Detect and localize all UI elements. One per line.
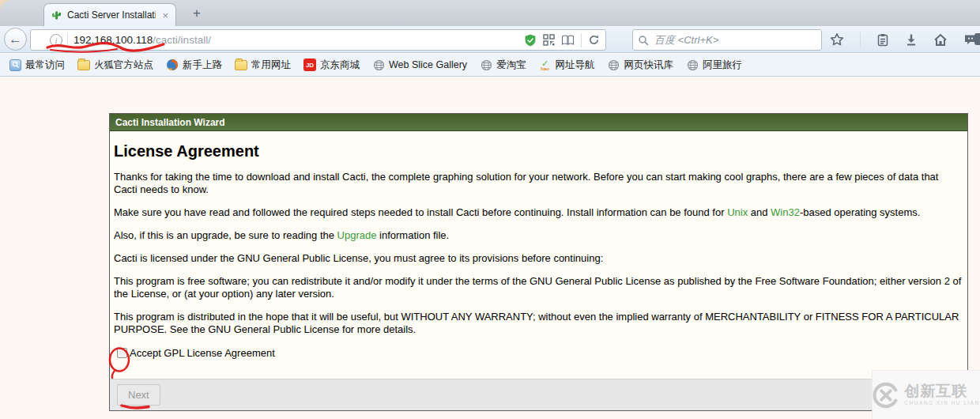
- bookmark-web-feed-library[interactable]: 网页快讯库: [603, 56, 679, 74]
- url-path: /cacti/install/: [153, 34, 211, 46]
- bookmark-label: 网址导航: [556, 59, 595, 72]
- upgrade-paragraph: Also, if this is an upgrade, be sure to …: [114, 229, 963, 242]
- paragraph-text: Also, if this is an upgrade, be sure to …: [114, 229, 337, 241]
- wizard-header-bar: Cacti Installation Wizard: [110, 114, 967, 131]
- urlbar-separator: [67, 33, 68, 47]
- paragraph-text: and: [748, 206, 771, 218]
- gpl-freedom-paragraph: This program is free software; you can r…: [114, 275, 963, 300]
- unix-link[interactable]: Unix: [727, 206, 748, 218]
- bookmark-jd[interactable]: JD 京东商城: [299, 56, 364, 74]
- bookmark-label: 阿里旅行: [703, 59, 742, 72]
- reload-icon[interactable]: [588, 34, 600, 46]
- bookmark-web-slice-gallery[interactable]: Web Slice Gallery: [368, 56, 472, 74]
- globe-icon: [480, 59, 492, 71]
- bookmark-getting-started[interactable]: 新手上路: [161, 56, 227, 74]
- accept-gpl-label: Accept GPL License Agreement: [130, 347, 275, 359]
- bookmark-label: 新手上路: [183, 59, 222, 72]
- globe-icon: [372, 59, 385, 71]
- bookmark-label: 常用网址: [251, 59, 291, 72]
- folder-icon: [235, 60, 247, 70]
- bookmark-common-sites[interactable]: 常用网址: [230, 56, 296, 74]
- folder-icon: [77, 60, 90, 70]
- back-button[interactable]: ←: [4, 28, 27, 51]
- menu-icon[interactable]: [974, 33, 980, 45]
- bookmark-aitaobao[interactable]: 爱淘宝: [475, 56, 531, 74]
- url-bar[interactable]: i 192.168.100.118/cacti/install/: [30, 29, 606, 51]
- cacti-wizard-panel: Cacti Installation Wizard License Agreem…: [109, 113, 968, 411]
- globe-icon: [608, 59, 620, 71]
- watermark-badge: 创新互联 CHUANG XIN HU LIAN: [872, 370, 980, 419]
- frequent-visits-icon: [9, 59, 21, 71]
- gpl-intro-paragraph: Cacti is licensed under the GNU General …: [114, 252, 963, 265]
- wizard-footer-bar: Next: [110, 379, 967, 410]
- globe-icon: [686, 59, 699, 71]
- accept-gpl-row: Accept GPL License Agreement: [114, 347, 963, 359]
- tab-bar: Cacti Server Installation/... × +: [0, 0, 980, 26]
- paragraph-text: -based operating systems.: [800, 206, 920, 218]
- star-bookmark-icon[interactable]: [830, 32, 844, 47]
- wizard-header-title: Cacti Installation Wizard: [115, 117, 225, 128]
- jd-icon: JD: [303, 59, 316, 71]
- bookmark-frequent-visits[interactable]: 最常访问: [5, 56, 70, 74]
- wizard-body: License Agreement Thanks for taking the …: [110, 131, 967, 379]
- url-host: 192.168.100.118: [74, 34, 153, 46]
- upgrade-link[interactable]: Upgrade: [337, 229, 377, 241]
- tab-close-icon[interactable]: ×: [160, 9, 170, 21]
- bookmarks-bar: 最常访问 火狐官方站点 新手上路 常用网址 JD 京东商城 Web Slice …: [0, 54, 980, 77]
- tab-title: Cacti Server Installation/...: [67, 9, 156, 21]
- accept-gpl-checkbox[interactable]: [117, 348, 127, 358]
- page-info-icon[interactable]: i: [50, 34, 62, 47]
- bookmark-hao123-nav[interactable]: ✓hao 网址导航: [534, 56, 600, 74]
- hao123-icon: ✓hao: [539, 59, 552, 71]
- next-button[interactable]: Next: [117, 384, 160, 406]
- bookmark-alitrip[interactable]: 阿里旅行: [681, 56, 747, 74]
- bookmark-label: 最常访问: [25, 59, 65, 72]
- toolbar-separator: [860, 32, 861, 47]
- qr-code-icon[interactable]: [543, 34, 555, 46]
- reader-icon[interactable]: [561, 35, 575, 46]
- page-content: Cacti Installation Wizard License Agreem…: [0, 77, 980, 419]
- urlbar-separator: [581, 33, 582, 47]
- cx-logo-icon: [873, 382, 899, 409]
- firefox-icon: [166, 59, 179, 71]
- search-icon: [638, 35, 649, 46]
- bookmark-label: 爱淘宝: [496, 59, 526, 72]
- bookmark-firefox-official[interactable]: 火狐官方站点: [73, 56, 158, 74]
- new-tab-button[interactable]: +: [187, 5, 207, 22]
- browser-tab[interactable]: Cacti Server Installation/... ×: [43, 3, 176, 26]
- bookmarks-clipboard-icon[interactable]: [876, 33, 889, 47]
- cactus-favicon-icon: [50, 9, 62, 21]
- paragraph-text: Make sure you have read and followed the…: [114, 206, 727, 218]
- bookmark-label: 火狐官方站点: [94, 59, 153, 72]
- url-text[interactable]: 192.168.100.118/cacti/install/: [74, 34, 524, 46]
- paragraph-text: information file.: [376, 229, 449, 241]
- win32-link[interactable]: Win32: [771, 206, 800, 218]
- bookmark-label: Web Slice Gallery: [389, 59, 467, 70]
- watermark-cn-text: 创新互联: [904, 383, 979, 398]
- watermark-en-text: CHUANG XIN HU LIAN: [904, 401, 979, 406]
- bookmark-label: 京东商城: [320, 59, 360, 72]
- download-icon[interactable]: [905, 33, 918, 47]
- search-box[interactable]: [632, 29, 822, 51]
- install-info-paragraph: Make sure you have read and followed the…: [114, 206, 963, 219]
- intro-paragraph: Thanks for taking the time to download a…: [114, 171, 963, 196]
- navigation-toolbar: ← i 192.168.100.118/cacti/install/: [0, 26, 980, 53]
- gpl-warranty-paragraph: This program is distributed in the hope …: [114, 311, 963, 336]
- bookmark-label: 网页快讯库: [624, 59, 674, 72]
- home-icon[interactable]: [933, 33, 948, 47]
- shield-icon[interactable]: [524, 34, 537, 47]
- search-input[interactable]: [653, 33, 816, 47]
- page-title: License Agreement: [114, 142, 963, 160]
- toolbar-right-icons: [830, 26, 980, 53]
